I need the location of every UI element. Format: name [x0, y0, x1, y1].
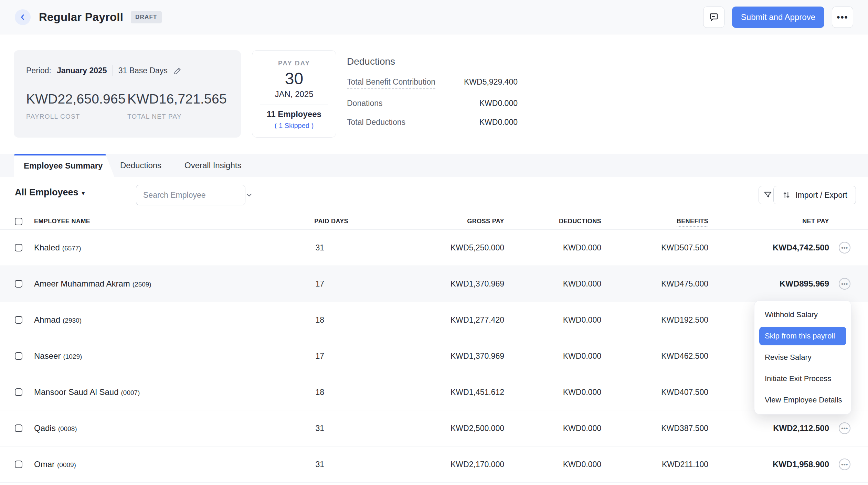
- ellipsis-icon: •••: [841, 281, 848, 287]
- gross-pay-cell: KWD2,500.000: [348, 424, 504, 433]
- net-pay-cell: KWD895.969: [708, 279, 829, 289]
- payroll-cost-value: KWD22,650.965: [26, 91, 127, 107]
- employee-id: (0007): [121, 389, 140, 396]
- employee-table: EMPLOYEE NAME PAID DAYS GROSS PAY DEDUCT…: [0, 213, 868, 483]
- employee-name: Naseer: [34, 351, 61, 360]
- divider: [260, 105, 328, 105]
- paid-days-cell: 31: [232, 460, 348, 469]
- ellipsis-icon: •••: [841, 245, 848, 251]
- deductions-cell: KWD0.000: [504, 460, 601, 469]
- table-body: Khaled(6577) 31 KWD5,250.000 KWD0.000 KW…: [0, 230, 868, 483]
- payroll-page: Regular Payroll DRAFT Submit and Approve…: [0, 0, 868, 485]
- column-header-employee-name: EMPLOYEE NAME: [34, 218, 232, 225]
- donations-value: KWD0.000: [479, 99, 518, 108]
- submit-and-approve-button[interactable]: Submit and Approve: [732, 7, 824, 28]
- table-row[interactable]: Qadis(0008) 31 KWD2,500.000 KWD0.000 KWD…: [0, 410, 868, 446]
- employee-name: Ahmad: [34, 315, 60, 324]
- row-checkbox[interactable]: [15, 280, 22, 288]
- column-header-deductions: DEDUCTIONS: [504, 218, 601, 225]
- back-button[interactable]: [15, 9, 31, 25]
- net-pay-cell: KWD2,112.500: [708, 423, 829, 433]
- import-export-label: Import / Export: [795, 191, 847, 200]
- header-actions: Submit and Approve •••: [703, 7, 853, 28]
- base-days: 31 Base Days: [118, 66, 168, 75]
- table-row[interactable]: Mansoor Saud Al Saud(0007) 18 KWD1,451.6…: [0, 374, 868, 410]
- deductions-cell: KWD0.000: [504, 388, 601, 397]
- payday-label: PAY DAY: [252, 60, 336, 67]
- benefits-cell: KWD475.000: [601, 279, 708, 289]
- employee-name: Qadis: [34, 423, 56, 433]
- edit-pencil-icon[interactable]: [173, 66, 182, 75]
- employee-name: Omar: [34, 460, 55, 469]
- funnel-icon: [763, 190, 773, 200]
- row-checkbox[interactable]: [15, 388, 22, 396]
- total-deductions-label: Total Deductions: [347, 118, 405, 127]
- tab-employee-summary[interactable]: Employee Summary: [14, 154, 115, 177]
- row-context-menu: Withhold Salary Skip from this payroll R…: [754, 300, 851, 414]
- payroll-cost-label: PAYROLL COST: [26, 113, 127, 120]
- page-title: Regular Payroll: [39, 11, 123, 24]
- menu-item-initiate-exit-process[interactable]: Initiate Exit Process: [754, 368, 851, 389]
- menu-item-skip-from-payroll[interactable]: Skip from this payroll: [759, 327, 846, 345]
- employee-id: (0009): [57, 461, 76, 468]
- table-row[interactable]: Ahmad(2930) 18 KWD1,277.420 KWD0.000 KWD…: [0, 302, 868, 338]
- table-row[interactable]: Naseer(1029) 17 KWD1,370.969 KWD0.000 KW…: [0, 338, 868, 374]
- employee-filter-label: All Employees: [15, 187, 78, 198]
- deductions-cell: KWD0.000: [504, 424, 601, 433]
- employee-name: Mansoor Saud Al Saud: [34, 387, 119, 397]
- column-header-gross-pay: GROSS PAY: [348, 218, 504, 225]
- paid-days-cell: 31: [232, 424, 348, 433]
- tab-bar: Employee Summary Deductions Overall Insi…: [0, 154, 868, 177]
- row-checkbox[interactable]: [15, 424, 22, 432]
- table-row[interactable]: Ameer Muhammad Akram(2509) 17 KWD1,370.9…: [0, 266, 868, 302]
- paid-days-cell: 18: [232, 315, 348, 325]
- select-all-checkbox[interactable]: [15, 218, 22, 225]
- tab-deductions[interactable]: Deductions: [120, 154, 161, 177]
- employee-search-select[interactable]: [136, 185, 245, 205]
- skipped-employees-link[interactable]: ( 1 Skipped ): [252, 122, 336, 130]
- gross-pay-cell: KWD2,170.000: [348, 460, 504, 469]
- deduction-row: Donations KWD0.000: [347, 99, 518, 108]
- row-actions-button[interactable]: •••: [839, 278, 850, 290]
- menu-item-view-employee-details[interactable]: View Employee Details: [754, 389, 851, 411]
- employee-filter-dropdown[interactable]: All Employees ▾: [15, 187, 85, 198]
- total-net-pay-label: TOTAL NET PAY: [127, 113, 229, 120]
- period-label: Period:: [26, 66, 51, 75]
- payday-employee-count: 11 Employees: [252, 109, 336, 119]
- gross-pay-cell: KWD5,250.000: [348, 243, 504, 252]
- comments-button[interactable]: [703, 7, 724, 28]
- row-actions-button[interactable]: •••: [839, 459, 850, 470]
- employee-id: (2509): [133, 281, 151, 288]
- row-checkbox[interactable]: [15, 244, 22, 251]
- chevron-left-icon: [18, 13, 27, 22]
- benefits-cell: KWD387.500: [601, 424, 708, 433]
- row-checkbox[interactable]: [15, 461, 22, 468]
- ellipsis-icon: •••: [841, 425, 848, 431]
- paid-days-cell: 31: [232, 243, 348, 252]
- import-export-button[interactable]: Import / Export: [773, 186, 856, 204]
- row-actions-button[interactable]: •••: [839, 422, 850, 434]
- ellipsis-icon: •••: [841, 462, 848, 467]
- deductions-cell: KWD0.000: [504, 279, 601, 289]
- tab-overall-insights[interactable]: Overall Insights: [184, 154, 241, 177]
- total-benefit-contribution-value: KWD5,929.400: [464, 77, 518, 87]
- payday-card: PAY DAY 30 JAN, 2025 11 Employees ( 1 Sk…: [252, 50, 336, 138]
- menu-item-withhold-salary[interactable]: Withhold Salary: [754, 304, 851, 325]
- table-header-row: EMPLOYEE NAME PAID DAYS GROSS PAY DEDUCT…: [0, 213, 868, 230]
- import-export-arrows-icon: [782, 191, 791, 200]
- benefits-cell: KWD407.500: [601, 388, 708, 397]
- row-actions-button[interactable]: •••: [839, 242, 850, 254]
- donations-label: Donations: [347, 99, 383, 108]
- search-input[interactable]: [143, 191, 245, 200]
- deductions-summary-panel: Deductions Total Benefit Contribution KW…: [347, 56, 518, 137]
- more-options-button[interactable]: •••: [832, 7, 853, 28]
- list-controls: All Employees ▾ Import / Export: [15, 182, 856, 208]
- row-checkbox[interactable]: [15, 352, 22, 360]
- ellipsis-icon: •••: [837, 13, 848, 22]
- row-checkbox[interactable]: [15, 316, 22, 324]
- table-row[interactable]: Khaled(6577) 31 KWD5,250.000 KWD0.000 KW…: [0, 230, 868, 266]
- table-row[interactable]: Omar(0009) 31 KWD2,170.000 KWD0.000 KWD2…: [0, 446, 868, 483]
- paid-days-cell: 17: [232, 352, 348, 361]
- total-deductions-value: KWD0.000: [479, 118, 518, 127]
- menu-item-revise-salary[interactable]: Revise Salary: [754, 347, 851, 368]
